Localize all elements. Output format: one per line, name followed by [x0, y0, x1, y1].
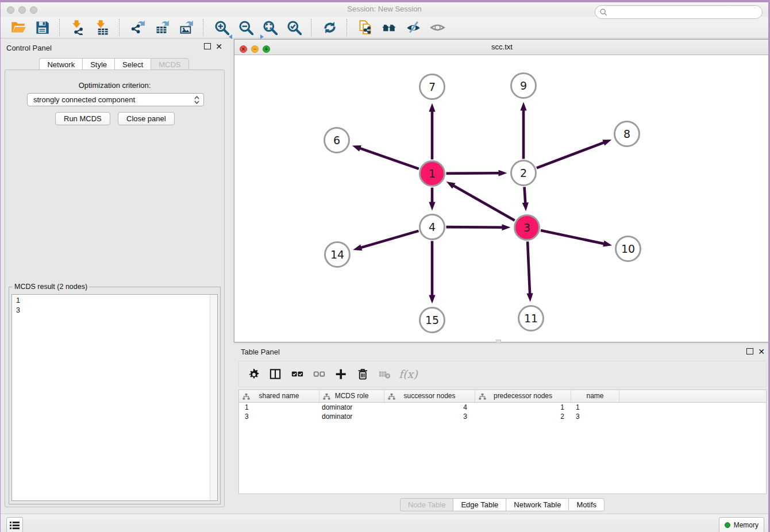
hide-details-icon[interactable]: [405, 19, 422, 36]
save-session-icon[interactable]: [33, 19, 51, 36]
table-cell[interactable]: dominator: [319, 403, 384, 412]
network-window-titlebar[interactable]: ×–+ scc.txt: [234, 40, 769, 55]
table-cell[interactable]: 4: [384, 403, 475, 412]
edge-2-3[interactable]: [522, 187, 529, 211]
tab-node-table[interactable]: Node Table: [400, 498, 453, 511]
graph-node-2[interactable]: 2: [511, 161, 536, 186]
column-header-MCDS-role[interactable]: MCDS role: [319, 390, 384, 402]
graph-node-10[interactable]: 10: [616, 237, 641, 261]
criterion-dropdown[interactable]: strongly connected component: [27, 93, 204, 106]
table-cell[interactable]: 1: [571, 403, 619, 412]
tab-edge-table[interactable]: Edge Table: [453, 498, 506, 511]
table-cell[interactable]: 3: [239, 412, 319, 421]
float-table-panel-icon[interactable]: [746, 348, 753, 354]
optimization-criterion-label: Optimization criterion:: [5, 81, 224, 90]
edge-1-4[interactable]: [429, 188, 435, 211]
task-history-button[interactable]: [6, 517, 23, 532]
tab-network[interactable]: Network: [39, 58, 82, 71]
table-cell[interactable]: 1: [475, 403, 571, 412]
graph-node-3[interactable]: 3: [515, 215, 540, 240]
show-columns-icon[interactable]: [268, 367, 283, 381]
graph-node-7[interactable]: 7: [420, 75, 445, 99]
tab-motifs[interactable]: Motifs: [568, 498, 605, 511]
import-table-icon[interactable]: [93, 19, 110, 36]
control-panel: Control Panel ✕ NetworkStyleSelectMCDS O…: [1, 39, 228, 509]
graph-node-1[interactable]: 1: [420, 161, 445, 186]
graph-node-15[interactable]: 15: [420, 308, 445, 333]
splitter-collapse-left-icon[interactable]: [229, 34, 232, 39]
table-cell[interactable]: 2: [475, 412, 571, 421]
edge-4-15[interactable]: [429, 241, 435, 304]
column-header-successor-nodes[interactable]: successor nodes: [384, 390, 475, 402]
duplicate-network-icon[interactable]: [356, 19, 374, 36]
delete-row-icon[interactable]: [355, 367, 370, 381]
close-table-panel-icon[interactable]: ✕: [758, 349, 765, 354]
table-row[interactable]: 3dominator323: [239, 412, 766, 421]
column-header-predecessor-nodes[interactable]: predecessor nodes: [475, 390, 571, 402]
edge-4-3[interactable]: [446, 224, 510, 230]
table-cell[interactable]: 1: [239, 403, 319, 412]
run-mcds-button[interactable]: Run MCDS: [55, 112, 110, 125]
edge-3-11[interactable]: [526, 241, 533, 302]
close-panel-icon[interactable]: ✕: [215, 44, 222, 49]
result-scrollbar[interactable]: [210, 295, 217, 500]
search-icon: [599, 8, 608, 17]
add-row-icon[interactable]: [333, 367, 348, 381]
float-panel-icon[interactable]: [204, 43, 211, 49]
tab-style[interactable]: Style: [82, 58, 114, 71]
export-table-icon[interactable]: [153, 19, 170, 36]
graph-node-9[interactable]: 9: [511, 74, 536, 98]
graph-node-11[interactable]: 11: [519, 306, 544, 331]
edge-4-14[interactable]: [353, 231, 418, 250]
column-type-icon: [323, 392, 330, 402]
column-header-name[interactable]: name: [571, 390, 619, 402]
edge-1-7[interactable]: [429, 103, 435, 160]
import-network-icon[interactable]: [69, 19, 86, 36]
edge-2-9[interactable]: [520, 102, 526, 159]
mcds-result-textarea[interactable]: 1 3: [11, 294, 218, 501]
memory-button[interactable]: Memory: [719, 517, 764, 532]
edge-3-10[interactable]: [541, 230, 612, 246]
zoom-out-icon[interactable]: [237, 19, 254, 36]
column-header-shared-name[interactable]: shared name: [239, 390, 319, 402]
table-cell[interactable]: dominator: [319, 412, 384, 421]
zoom-selected-icon[interactable]: [285, 19, 302, 36]
graph-node-6[interactable]: 6: [325, 128, 349, 153]
table-cell[interactable]: 3: [571, 412, 619, 421]
edge-1-2[interactable]: [446, 170, 507, 176]
search-input[interactable]: [608, 6, 762, 18]
column-type-icon: [388, 392, 395, 402]
graph-node-4[interactable]: 4: [420, 215, 445, 240]
edge-2-8[interactable]: [537, 140, 611, 168]
table-cell[interactable]: 3: [384, 412, 475, 421]
edge-1-6[interactable]: [352, 145, 419, 169]
export-image-icon[interactable]: [177, 19, 194, 36]
table-row[interactable]: 1dominator411: [239, 403, 766, 412]
splitter-handle[interactable]: [496, 340, 501, 343]
svg-text:6: 6: [333, 134, 340, 147]
graph-node-8[interactable]: 8: [615, 122, 640, 147]
tab-select[interactable]: Select: [114, 58, 151, 71]
home-icon[interactable]: [380, 19, 398, 36]
edge-3-1[interactable]: [446, 182, 515, 221]
show-details-icon[interactable]: [429, 19, 446, 36]
close-panel-button[interactable]: Close panel: [118, 112, 175, 125]
export-network-icon[interactable]: [129, 19, 146, 36]
search-field[interactable]: [595, 5, 763, 19]
splitter-collapse-right-icon[interactable]: [260, 34, 264, 39]
refresh-icon[interactable]: [321, 19, 338, 36]
tab-network-table[interactable]: Network Table: [506, 498, 568, 511]
open-session-icon[interactable]: [9, 19, 26, 36]
svg-text:7: 7: [429, 80, 436, 93]
table-settings-icon[interactable]: [246, 367, 261, 381]
graph-node-14[interactable]: 14: [325, 242, 350, 267]
node-table[interactable]: shared nameMCDS rolesuccessor nodesprede…: [238, 390, 767, 494]
table-tabs: Node TableEdge TableNetwork TableMotifs: [234, 498, 770, 511]
zoom-fit-icon[interactable]: [261, 19, 278, 36]
zoom-in-icon[interactable]: [213, 19, 230, 36]
column-type-icon: [479, 392, 486, 402]
tab-mcds[interactable]: MCDS: [151, 58, 188, 71]
select-all-icon[interactable]: [290, 367, 305, 381]
deselect-all-icon[interactable]: [311, 367, 326, 381]
network-canvas[interactable]: 1234678910111415: [234, 55, 769, 342]
